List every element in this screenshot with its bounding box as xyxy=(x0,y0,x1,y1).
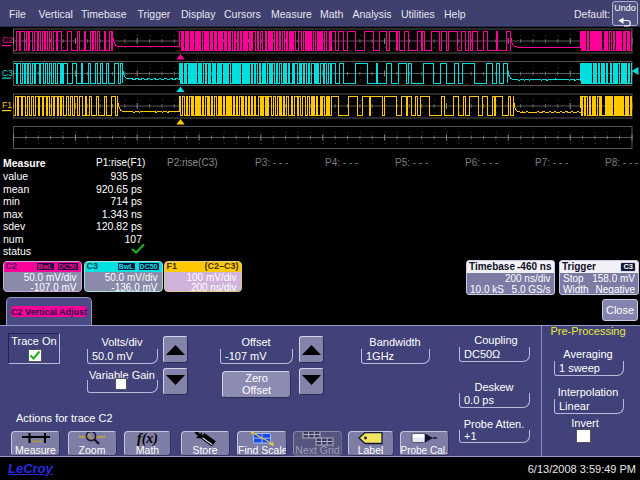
svg-text:F1: F1 xyxy=(2,100,12,110)
svg-text:C3: C3 xyxy=(2,68,13,78)
svg-text:C2: C2 xyxy=(2,35,13,45)
